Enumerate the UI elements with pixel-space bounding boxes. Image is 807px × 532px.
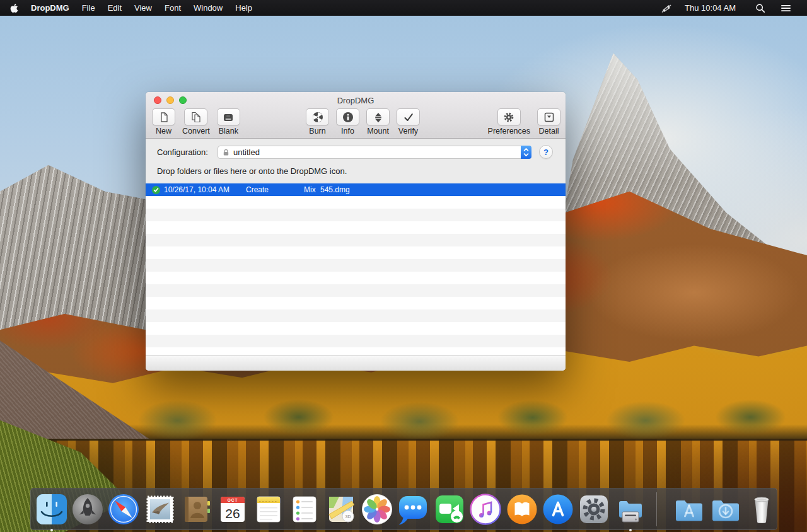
mount-eject-icon xyxy=(373,112,384,123)
menu-view[interactable]: View xyxy=(128,0,158,16)
itunes-icon xyxy=(468,492,503,527)
drop-hint-text: Drop folders or files here or onto the D… xyxy=(157,166,347,176)
convert-documents-icon xyxy=(190,112,202,123)
log-format: Mix xyxy=(304,185,320,194)
svg-text:3D: 3D xyxy=(345,514,351,519)
safari-icon xyxy=(106,492,141,527)
applications-folder-icon xyxy=(671,492,707,527)
apple-logo-icon xyxy=(10,3,18,13)
dropdmg-icon xyxy=(613,492,648,527)
toolbar-label: Burn xyxy=(309,127,325,136)
info-icon xyxy=(342,112,354,123)
system-preferences-icon xyxy=(576,492,612,527)
menu-app-name[interactable]: DropDMG xyxy=(25,0,76,16)
menu-edit[interactable]: Edit xyxy=(102,0,128,16)
popup-stepper[interactable] xyxy=(521,146,531,159)
close-button[interactable] xyxy=(154,96,161,104)
log-list[interactable]: 10/26/17, 10:04 AM Create Mix 545.dmg xyxy=(146,183,566,356)
dock-safari[interactable] xyxy=(106,492,141,527)
dock-trash[interactable] xyxy=(744,492,779,527)
toolbar-button-convert[interactable]: Convert xyxy=(182,108,210,136)
dock-downloads-folder[interactable] xyxy=(708,492,743,527)
calendar-icon: OCT 26 xyxy=(215,492,250,527)
dock-ibooks[interactable] xyxy=(504,492,540,527)
dock-facetime[interactable] xyxy=(432,492,467,527)
toolbar-button-info[interactable]: Info xyxy=(336,108,359,136)
dock-notes[interactable] xyxy=(251,492,286,527)
toolbar-button-burn[interactable]: Burn xyxy=(306,108,329,136)
notification-center-icon xyxy=(781,4,791,13)
spotlight-menu[interactable] xyxy=(750,3,771,13)
dock-calendar[interactable]: OCT 26 xyxy=(215,492,250,527)
toolbar-label: Verify xyxy=(398,127,418,136)
log-file-name: 545.dmg xyxy=(320,185,566,194)
launchpad-icon xyxy=(70,492,105,527)
configuration-popup[interactable]: untitled xyxy=(218,146,531,159)
search-icon xyxy=(755,3,765,13)
toolbar-button-new[interactable]: New xyxy=(152,108,175,136)
menu-file[interactable]: File xyxy=(76,0,102,16)
apple-menu[interactable] xyxy=(4,0,25,16)
maps-icon: 3D xyxy=(323,492,359,527)
downloads-folder-icon xyxy=(708,492,743,527)
toolbar-button-blank[interactable]: Blank xyxy=(217,108,240,136)
dock-dropdmg[interactable] xyxy=(613,492,648,527)
app-store-icon xyxy=(540,492,576,527)
dock-photos[interactable] xyxy=(359,492,395,527)
dock-divider xyxy=(656,492,657,526)
dock-maps[interactable]: 3D xyxy=(323,492,359,527)
dock-finder[interactable] xyxy=(34,492,69,527)
zoom-button[interactable] xyxy=(179,96,187,104)
toolbar-button-detail[interactable]: Detail xyxy=(537,108,560,136)
dock: OCT 26 xyxy=(30,488,777,530)
dock-itunes[interactable] xyxy=(468,492,503,527)
running-indicator xyxy=(50,529,53,531)
minimize-button[interactable] xyxy=(166,96,174,104)
menu-bar-clock[interactable]: Thu 10:04 AM xyxy=(678,3,742,13)
toolbar-label: Mount xyxy=(367,127,389,136)
title-bar[interactable]: DropDMG xyxy=(146,92,566,108)
menu-font[interactable]: Font xyxy=(158,0,187,16)
dock-mail[interactable] xyxy=(142,492,178,527)
menu-window[interactable]: Window xyxy=(187,0,229,16)
dock-reminders[interactable] xyxy=(287,492,322,527)
window-header: DropDMG New Convert Blank xyxy=(146,92,566,139)
window-bottom-bar xyxy=(146,356,566,371)
menu-help[interactable]: Help xyxy=(229,0,258,16)
log-row-selected[interactable]: 10/26/17, 10:04 AM Create Mix 545.dmg xyxy=(146,183,566,196)
desktop: DropDMG File Edit View Font Window Help … xyxy=(0,0,807,532)
new-document-icon xyxy=(158,112,170,123)
dropdmg-window: DropDMG New Convert Blank xyxy=(146,92,566,371)
ibooks-icon xyxy=(504,492,540,527)
toolbar-button-preferences[interactable]: Preferences xyxy=(488,108,530,136)
menu-bar-status-area: Thu 10:04 AM xyxy=(654,3,797,13)
contacts-icon xyxy=(178,492,214,527)
dock-applications-folder[interactable] xyxy=(671,492,707,527)
dock-launchpad[interactable] xyxy=(70,492,105,527)
configuration-panel: Configuration: untitled ? Drop folders o… xyxy=(146,139,566,183)
config-lock-icon xyxy=(223,149,229,156)
toolbar-button-verify[interactable]: Verify xyxy=(397,108,420,136)
notification-center-menu[interactable] xyxy=(775,4,797,13)
toolbar-label: Blank xyxy=(219,127,238,136)
toolbar-label: Info xyxy=(341,127,354,136)
running-indicator xyxy=(629,529,632,531)
detail-panel-icon xyxy=(543,112,555,123)
toolbar-label: Detail xyxy=(539,127,559,136)
verify-checkmark-icon xyxy=(403,112,414,123)
window-title: DropDMG xyxy=(337,96,374,105)
flag-status-menu[interactable] xyxy=(654,3,678,13)
dock-system-preferences[interactable] xyxy=(576,492,612,527)
toolbar-group-center: Burn Info Mount Verify xyxy=(306,108,420,136)
help-button[interactable]: ? xyxy=(539,145,553,159)
configuration-label: Configuration: xyxy=(157,147,208,157)
configuration-value: untitled xyxy=(233,147,260,157)
log-action: Create xyxy=(246,185,304,194)
toolbar: New Convert Blank Burn xyxy=(146,108,566,138)
gear-icon xyxy=(503,112,514,123)
dock-contacts[interactable] xyxy=(178,492,214,527)
toolbar-button-mount[interactable]: Mount xyxy=(366,108,390,136)
dock-messages[interactable] xyxy=(395,492,431,527)
toolbar-label: Preferences xyxy=(488,127,530,136)
dock-appstore[interactable] xyxy=(540,492,576,527)
